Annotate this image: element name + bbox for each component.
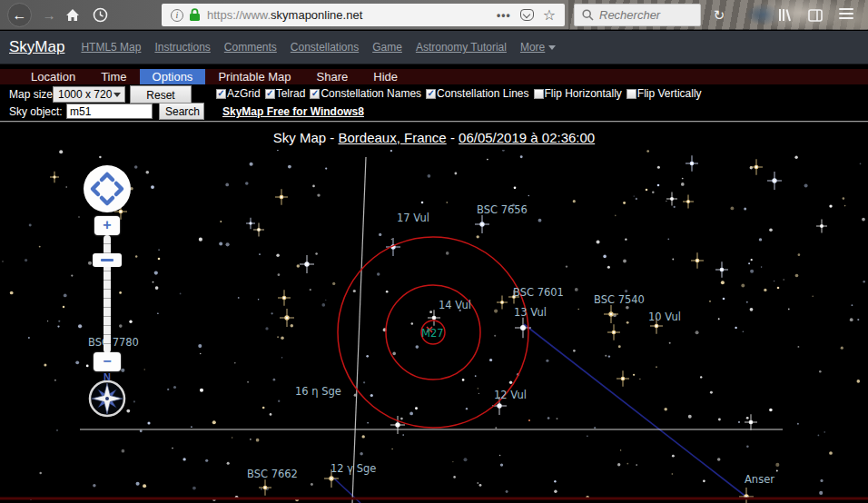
https-lock-icon[interactable] xyxy=(189,8,201,22)
checkbox-wrap-telrad: ✓Telrad xyxy=(265,87,306,100)
map-title-separator: - xyxy=(447,130,459,145)
sidebar-icon xyxy=(808,9,823,22)
nav-link-instructions[interactable]: Instructions xyxy=(154,41,210,54)
checkbox-telrad[interactable]: ✓ xyxy=(265,89,275,99)
skymap-windows8-link[interactable]: SkyMap Free for Windows8 xyxy=(222,105,364,118)
star-label-12-sge: 12 γ Sge xyxy=(330,462,376,475)
checkbox-label-constellation-names: Constellation Names xyxy=(321,87,421,100)
chevron-down-icon xyxy=(548,45,556,50)
star-label-bsc-7662: BSC 7662 xyxy=(247,468,298,480)
zoom-out-button[interactable]: − xyxy=(94,352,121,371)
map-size-select[interactable]: 1000 x 720 xyxy=(53,86,125,103)
browser-toolbar: ← → i https://www.skymaponline.net ••• xyxy=(0,0,868,30)
nav-link-constellations[interactable]: Constellations xyxy=(291,41,359,54)
sky-object-row: Sky object: Search SkyMap Free for Windo… xyxy=(0,104,868,122)
checkbox-flip-horizontally[interactable] xyxy=(534,89,544,99)
select-arrow-icon xyxy=(113,93,121,97)
divider xyxy=(0,121,868,123)
star-label-bsc-7656: BSC 7656 xyxy=(477,203,528,216)
browser-search-box[interactable]: Rechercher xyxy=(574,4,701,26)
checkbox-wrap-constellation-lines: ✓Constellation Lines xyxy=(426,87,528,100)
checkbox-wrap-constellation-names: ✓Constellation Names xyxy=(310,87,421,100)
home-icon xyxy=(65,8,80,23)
star-label-12-vul: 12 Vul xyxy=(494,389,527,401)
menu-item-printable-map[interactable]: Printable Map xyxy=(205,69,303,84)
reset-map-button[interactable]: Reset Map xyxy=(130,85,192,104)
menu-item-hide[interactable]: Hide xyxy=(360,69,410,84)
checkbox-label-constellation-lines: Constellation Lines xyxy=(437,87,528,100)
map-title-prefix: Sky Map - xyxy=(273,130,339,145)
map-size-label: Map size xyxy=(9,88,53,101)
search-icon xyxy=(582,9,594,21)
browser-window: ← → i https://www.skymaponline.net ••• xyxy=(0,0,868,503)
search-button[interactable]: Search xyxy=(159,103,204,120)
page-info-icon[interactable]: i xyxy=(171,9,183,22)
forward-button[interactable]: → xyxy=(36,0,62,30)
nav-link-astronomy-tutorial[interactable]: Astronomy Tutorial xyxy=(416,41,507,54)
url-text: https://www.skymaponline.net xyxy=(207,8,362,22)
clock-icon xyxy=(93,7,108,23)
datetime-link[interactable]: 06/05/2019 à 02:36:00 xyxy=(459,130,595,145)
checkbox-label-telrad: Telrad xyxy=(276,87,306,100)
nav-link-html5-map[interactable]: HTML5 Map xyxy=(81,41,141,54)
star-label-16-sge: 16 η Sge xyxy=(295,385,341,398)
url-bar[interactable]: i https://www.skymaponline.net ••• ☆ xyxy=(162,4,565,26)
map-options-row: Map size 1000 x 720 Reset Map ✓AzGrid✓Te… xyxy=(0,84,868,104)
menu-item-time[interactable]: Time xyxy=(88,69,139,84)
constellation-lines xyxy=(334,324,747,503)
star-label-17-vul: 17 Vul xyxy=(397,212,429,224)
checkbox-label-azgrid: AzGrid xyxy=(227,87,261,100)
star-label-13-vul: 13 Vul xyxy=(514,306,547,319)
bookmark-star-icon[interactable]: ☆ xyxy=(543,6,556,24)
checkbox-constellation-names[interactable]: ✓ xyxy=(310,89,320,99)
sky-object-input[interactable] xyxy=(66,104,153,119)
library-button[interactable] xyxy=(772,0,797,30)
star-label-anser: Anser xyxy=(745,473,774,486)
history-button[interactable] xyxy=(87,0,113,30)
url-domain: skymaponline.net xyxy=(271,8,362,22)
compass-north-label: N xyxy=(104,372,111,382)
sidebar-toggle-button[interactable] xyxy=(803,0,828,30)
site-nav: HTML5 MapInstructionsCommentsConstellati… xyxy=(81,41,507,54)
menu-item-location[interactable]: Location xyxy=(18,69,88,84)
checkbox-constellation-lines[interactable]: ✓ xyxy=(426,89,436,99)
nav-more[interactable]: More xyxy=(520,41,556,54)
star-label-14-vul: 14 Vul xyxy=(439,299,471,311)
pocket-icon[interactable] xyxy=(520,9,534,21)
checkbox-wrap-azgrid: ✓AzGrid xyxy=(216,87,261,100)
reload-button[interactable]: ↻ xyxy=(706,0,732,30)
checkbox-flip-vertically[interactable] xyxy=(626,89,636,99)
skymap-brand-link[interactable]: SkyMap xyxy=(9,38,64,56)
home-button[interactable] xyxy=(60,0,85,30)
checkbox-label-flip-horizontally: Flip Horizontally xyxy=(545,87,622,100)
location-link[interactable]: Bordeaux, France xyxy=(338,130,446,145)
menu-bar: LocationTimeOptionsPrintable MapShareHid… xyxy=(0,69,868,84)
star-label-bsc-7601: BSC 7601 xyxy=(513,286,564,299)
pan-control[interactable] xyxy=(83,164,132,213)
nav-more-label[interactable]: More xyxy=(520,41,545,54)
checkbox-wrap-flip-vertically: Flip Vertically xyxy=(626,87,702,100)
search-placeholder: Rechercher xyxy=(599,8,660,22)
library-icon xyxy=(777,8,792,22)
star-label-bsc-7780: BSC 7780 xyxy=(88,336,139,349)
page-actions-icon[interactable]: ••• xyxy=(497,9,511,22)
nav-link-game[interactable]: Game xyxy=(372,41,402,54)
zoom-slider-thumb[interactable] xyxy=(93,253,122,267)
back-button[interactable]: ← xyxy=(7,3,32,27)
map-title: Sky Map - Bordeaux, France - 06/05/2019 … xyxy=(0,130,868,145)
menu-item-options[interactable]: Options xyxy=(140,69,206,84)
star-label-10-vul: 10 Vul xyxy=(648,311,681,323)
site-header: SkyMap HTML5 MapInstructionsCommentsCons… xyxy=(0,31,868,64)
url-prefix: https://www. xyxy=(207,8,271,22)
checkbox-wrap-flip-horizontally: Flip Horizontally xyxy=(534,87,622,100)
zoom-in-button[interactable]: + xyxy=(94,216,120,235)
star-label-bsc-7540: BSC 7540 xyxy=(594,293,645,306)
compass-rose[interactable]: N xyxy=(85,372,129,419)
menu-hamburger-button[interactable] xyxy=(839,8,853,22)
menu-item-share[interactable]: Share xyxy=(304,69,361,84)
nav-link-comments[interactable]: Comments xyxy=(224,41,277,54)
map-size-value: 1000 x 720 xyxy=(58,88,112,101)
checkbox-azgrid[interactable]: ✓ xyxy=(216,89,226,99)
star-label-m27: M27 xyxy=(421,327,444,340)
checkbox-label-flip-vertically: Flip Vertically xyxy=(637,87,702,100)
